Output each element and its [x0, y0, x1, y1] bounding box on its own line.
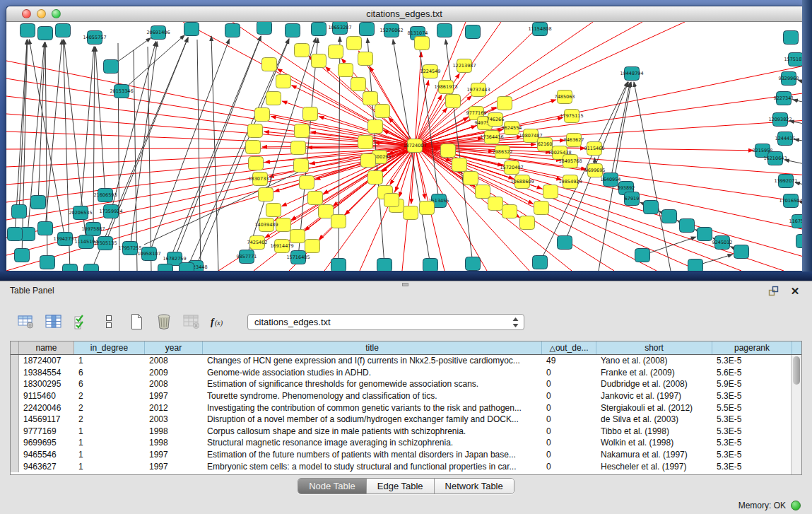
graph-node-yellow[interactable] [415, 37, 430, 50]
graph-node-yellow[interactable] [295, 124, 310, 138]
table-cell[interactable]: 0 [542, 402, 596, 414]
tab-edge-table[interactable]: Edge Table [367, 479, 435, 493]
graph-node-teal[interactable] [104, 60, 119, 74]
graph-node-yellow[interactable] [303, 107, 318, 121]
table-row[interactable]: 2242004622012Investigating the contribut… [11, 402, 791, 414]
graph-node-teal[interactable] [31, 196, 46, 209]
table-cell[interactable]: 1 [74, 437, 145, 449]
table-cell[interactable]: Hescheler et al. (1997) [596, 460, 712, 472]
tab-node-table[interactable]: Node Table [298, 479, 367, 493]
table-row[interactable]: 977716911998Corpus callosum shape and si… [11, 426, 791, 438]
graph-node-yellow[interactable] [312, 54, 326, 68]
table-cell[interactable]: Estimation of significance thresholds fo… [203, 378, 542, 390]
table-cell[interactable]: Tourette syndrome. Phenomenology and cla… [203, 390, 542, 402]
table-cell[interactable]: 0 [542, 378, 596, 390]
table-cell[interactable]: 5.3E-5 [712, 449, 792, 461]
graph-node-yellow[interactable] [246, 141, 261, 154]
column-header-title[interactable]: title [203, 341, 542, 354]
table-vertical-scrollbar[interactable] [791, 355, 801, 474]
graph-node-yellow[interactable] [420, 201, 435, 215]
trash-icon[interactable] [155, 313, 173, 330]
table-cell[interactable]: Tibbo et al. (1998) [596, 426, 712, 438]
table-cell[interactable]: Genome-wide association studies in ADHD. [203, 367, 542, 379]
graph-node-yellow[interactable] [276, 218, 291, 232]
table-cell[interactable]: 1998 [145, 437, 203, 449]
table-cell[interactable]: 5.3E-5 [712, 390, 792, 402]
table-cell[interactable]: Estimation of the future numbers of pati… [203, 449, 542, 461]
graph-node-teal[interactable] [225, 24, 240, 37]
tab-network-table[interactable]: Network Table [435, 479, 514, 493]
table-row[interactable]: 946362711997Embryonic stem cells: a mode… [11, 460, 791, 472]
table-cell[interactable]: 2008 [145, 378, 203, 390]
row-checks-icon[interactable] [72, 313, 90, 330]
graph-node-yellow[interactable] [266, 204, 281, 217]
graph-node-teal[interactable] [56, 24, 71, 37]
graph-node-teal[interactable] [796, 235, 803, 248]
graph-node-teal[interactable] [38, 27, 53, 40]
graph-node-yellow[interactable] [368, 171, 383, 185]
table-cell[interactable]: 1997 [145, 460, 203, 472]
memory-status-led[interactable] [791, 501, 801, 510]
graph-node-yellow[interactable] [464, 172, 478, 185]
table-select-dropdown[interactable]: citations_edges.txt [247, 314, 524, 330]
table-cell[interactable]: Disruption of a novel member of a sodium… [203, 414, 542, 426]
graph-node-yellow[interactable] [259, 188, 273, 201]
graph-node-teal[interactable] [784, 31, 799, 45]
table-cell[interactable]: 0 [542, 449, 596, 461]
table-cell[interactable]: 18300295 [19, 378, 74, 390]
network-canvas[interactable]: 1405575720691406106532871527606281310741… [6, 22, 802, 271]
table-cell[interactable]: 2 [74, 402, 145, 414]
table-cell[interactable]: 49 [542, 355, 596, 367]
graph-node-yellow[interactable] [358, 136, 373, 149]
graph-node-teal[interactable] [688, 259, 703, 272]
graph-node-teal[interactable] [12, 205, 27, 218]
table-cell[interactable]: 2 [74, 414, 145, 426]
graph-node-yellow[interactable] [308, 192, 323, 205]
graph-node-yellow[interactable] [300, 176, 314, 189]
graph-node-teal[interactable] [40, 256, 55, 269]
table-cell[interactable]: Wolkin et al. (1998) [596, 437, 712, 449]
column-header-short[interactable]: short [596, 341, 712, 354]
table-cell[interactable]: 5.9E-5 [712, 378, 792, 390]
column-header-pagerank[interactable]: pagerank [712, 341, 792, 354]
graph-node-yellow[interactable] [534, 201, 549, 215]
table-cell[interactable]: 9777169 [19, 426, 74, 438]
table-cell[interactable]: Embryonic stem cells: a model to study s… [203, 460, 542, 472]
table-row[interactable]: 946554611997Estimation of the future num… [11, 449, 791, 461]
graph-node-teal[interactable] [533, 256, 548, 269]
graph-node-yellow[interactable] [520, 216, 535, 230]
stacked-boxes-icon[interactable] [100, 313, 118, 330]
graph-node-teal[interactable] [437, 24, 452, 37]
graph-node-teal[interactable] [377, 259, 392, 272]
table-cell[interactable]: 0 [542, 390, 596, 402]
table-cell[interactable]: Structural magnetic resonance image aver… [203, 437, 542, 449]
column-header-name[interactable]: name [19, 341, 74, 354]
table-cell[interactable]: Stergiakouli et al. (2012) [596, 402, 712, 414]
table-column-icon[interactable] [45, 313, 63, 330]
float-window-icon[interactable] [767, 284, 781, 297]
graph-node-yellow[interactable] [361, 154, 376, 168]
graph-node-teal[interactable] [180, 263, 194, 272]
graph-node-yellow[interactable] [294, 159, 309, 173]
table-cell[interactable]: Yano et al. (2008) [596, 355, 712, 367]
graph-node-teal[interactable] [38, 222, 53, 235]
table-cell[interactable]: 6 [74, 367, 145, 379]
table-cell[interactable]: 9699695 [19, 437, 74, 449]
table-cell[interactable]: 2012 [145, 402, 203, 414]
table-cell[interactable]: 2003 [145, 414, 203, 426]
table-cell[interactable]: 9463627 [19, 460, 74, 472]
graph-node-yellow[interactable] [498, 97, 512, 110]
graph-node-yellow[interactable] [329, 45, 343, 59]
column-header-year[interactable]: year [145, 341, 203, 354]
graph-node-yellow[interactable] [295, 44, 310, 57]
graph-node-yellow[interactable] [266, 92, 281, 105]
table-row[interactable]: 1938455462009Genome-wide association stu… [11, 367, 791, 379]
table-row[interactable]: 1872400712008Changes of HCN gene express… [11, 355, 791, 367]
table-cell[interactable]: Nakamura et al. (1997) [596, 449, 712, 461]
scrollbar-thumb[interactable] [793, 356, 800, 385]
graph-node-teal[interactable] [698, 228, 712, 241]
table-cell[interactable]: 2 [74, 390, 145, 402]
graph-node-teal[interactable] [331, 259, 346, 272]
close-light[interactable] [22, 9, 31, 18]
graph-node-teal[interactable] [466, 257, 481, 271]
